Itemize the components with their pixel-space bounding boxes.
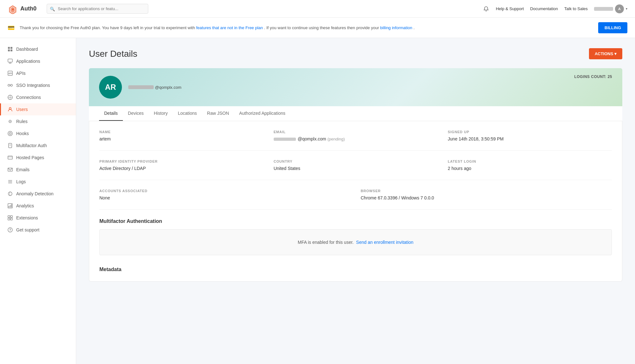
billing-button[interactable]: BILLING <box>598 22 627 33</box>
signed-up-value: June 14th 2018, 3:50:59 PM <box>448 136 612 141</box>
mfa-box: MFA is enabled for this user. Send an en… <box>99 229 612 255</box>
help-support-link[interactable]: Help & Support <box>496 6 524 11</box>
detail-primary-idp: PRIMARY IDENTITY PROVIDER Active Directo… <box>99 159 264 171</box>
sidebar-item-analytics[interactable]: Analytics <box>0 200 76 212</box>
sidebar-item-logs[interactable]: Logs <box>0 176 76 188</box>
sidebar-item-label: Anomaly Detection <box>16 191 54 196</box>
sidebar-item-label: Hosted Pages <box>16 155 44 160</box>
svg-point-21 <box>10 121 11 122</box>
svg-rect-39 <box>8 218 10 220</box>
dashboard-icon <box>7 46 13 52</box>
sidebar-item-label: Hooks <box>16 131 29 136</box>
sidebar-item-hosted-pages[interactable]: Hosted Pages <box>0 152 76 164</box>
search-icon: 🔍 <box>50 6 55 11</box>
sidebar-item-users[interactable]: Users <box>0 103 76 115</box>
tab-raw-json[interactable]: Raw JSON <box>202 106 234 121</box>
features-link[interactable]: features that are not in the Free plan <box>196 25 263 30</box>
sidebar-item-extensions[interactable]: Extensions <box>0 212 76 224</box>
user-email: @qomplx.com <box>128 85 181 90</box>
banner-message: Thank you for choosing the Free Auth0 pl… <box>20 25 593 31</box>
users-icon <box>7 107 13 112</box>
tab-history[interactable]: History <box>149 106 173 121</box>
sidebar-item-applications[interactable]: Applications <box>0 55 76 67</box>
top-navigation: ★ Auth0 🔍 Help & Support Documentation T… <box>0 0 635 18</box>
sidebar-item-label: Rules <box>16 119 28 124</box>
sidebar-item-rules[interactable]: Rules <box>0 115 76 127</box>
sidebar-item-label: Get support <box>16 227 39 232</box>
documentation-link[interactable]: Documentation <box>530 6 558 11</box>
svg-rect-7 <box>8 49 10 51</box>
rules-icon <box>7 119 13 124</box>
svg-rect-10 <box>9 63 11 63</box>
latest-login-label: LATEST LOGIN <box>448 159 612 163</box>
auth0-logo-icon: ★ <box>8 4 18 14</box>
pending-badge: (pending) <box>327 137 345 141</box>
sidebar: Dashboard Applications API APIs SSO Inte… <box>0 38 76 364</box>
email-domain: @qomplx.com <box>155 85 181 90</box>
hosted-pages-icon <box>7 155 13 160</box>
applications-icon <box>7 58 13 64</box>
detail-email: EMAIL @qomplx.com (pending) <box>274 130 438 141</box>
user-detail-tabs: Details Devices History Locations Raw JS… <box>89 106 622 121</box>
sidebar-item-emails[interactable]: Emails <box>0 164 76 176</box>
billing-info-link[interactable]: billing information <box>380 25 412 30</box>
svg-point-13 <box>8 84 10 86</box>
email-value: @qomplx.com (pending) <box>274 136 438 141</box>
mfa-section-title: Multifactor Authentication <box>99 218 612 224</box>
sidebar-item-apis[interactable]: API APIs <box>0 67 76 79</box>
svg-rect-5 <box>8 47 10 49</box>
sidebar-item-label: Users <box>16 107 28 112</box>
sidebar-item-multifactor-auth[interactable]: Multifactor Auth <box>0 140 76 152</box>
sidebar-item-label: APIs <box>16 71 26 76</box>
primary-idp-value: Active Directory / LDAP <box>99 166 264 171</box>
details-row-3: ACCOUNTS ASSOCIATED None BROWSER Chrome … <box>99 189 612 210</box>
svg-text:?: ? <box>9 228 11 232</box>
logs-icon <box>7 179 13 185</box>
hooks-icon <box>7 131 13 136</box>
tab-devices[interactable]: Devices <box>123 106 149 121</box>
name-value: artem <box>99 136 264 141</box>
user-avatar: AR <box>99 76 122 99</box>
sidebar-item-dashboard[interactable]: Dashboard <box>0 43 76 55</box>
emails-icon <box>7 167 13 172</box>
sidebar-item-label: Connections <box>16 95 41 100</box>
sidebar-item-anomaly-detection[interactable]: Anomaly Detection <box>0 188 76 200</box>
sidebar-item-get-support[interactable]: ? Get support <box>0 224 76 236</box>
chevron-down-icon: ▾ <box>626 7 627 10</box>
multifactor-auth-icon <box>7 143 13 148</box>
notifications-icon[interactable] <box>483 6 490 12</box>
sidebar-item-hooks[interactable]: Hooks <box>0 127 76 140</box>
talk-to-sales-link[interactable]: Talk to Sales <box>564 6 588 11</box>
extensions-icon <box>7 215 13 221</box>
svg-point-23 <box>9 133 11 134</box>
browser-label: BROWSER <box>361 189 612 193</box>
user-menu[interactable]: A ▾ <box>594 4 627 13</box>
page-header: User Details ACTIONS ▾ <box>89 48 622 59</box>
details-row-1: NAME artem EMAIL @qomplx.com (pending) S… <box>99 130 612 151</box>
sidebar-item-connections[interactable]: Connections <box>0 91 76 103</box>
sidebar-item-label: Extensions <box>16 215 38 220</box>
svg-text:API: API <box>8 72 12 75</box>
detail-signed-up: SIGNED UP June 14th 2018, 3:50:59 PM <box>448 130 612 141</box>
search-input[interactable] <box>47 4 148 14</box>
svg-rect-9 <box>8 59 12 62</box>
user-name-blurred <box>594 7 613 11</box>
svg-point-14 <box>10 84 12 86</box>
send-enrollment-link[interactable]: Send an enrollment invitation <box>356 240 414 245</box>
tab-authorized-applications[interactable]: Authorized Applications <box>234 106 291 121</box>
browser-value: Chrome 67.0.3396 / Windows 7 0.0.0 <box>361 195 612 200</box>
tab-locations[interactable]: Locations <box>173 106 202 121</box>
get-support-icon: ? <box>7 227 13 233</box>
main-layout: Dashboard Applications API APIs SSO Inte… <box>0 38 635 364</box>
sidebar-item-label: Analytics <box>16 203 34 208</box>
accounts-associated-label: ACCOUNTS ASSOCIATED <box>99 189 351 193</box>
tab-details[interactable]: Details <box>99 106 123 121</box>
latest-login-value: 2 hours ago <box>448 166 612 171</box>
logo[interactable]: ★ Auth0 <box>8 4 37 14</box>
sidebar-item-sso-integrations[interactable]: SSO Integrations <box>0 79 76 91</box>
actions-button[interactable]: ACTIONS ▾ <box>589 48 622 59</box>
svg-rect-40 <box>10 218 12 220</box>
detail-browser: BROWSER Chrome 67.0.3396 / Windows 7 0.0… <box>361 189 612 200</box>
country-label: COUNTRY <box>274 159 438 163</box>
trial-banner: 💳 Thank you for choosing the Free Auth0 … <box>0 18 635 38</box>
